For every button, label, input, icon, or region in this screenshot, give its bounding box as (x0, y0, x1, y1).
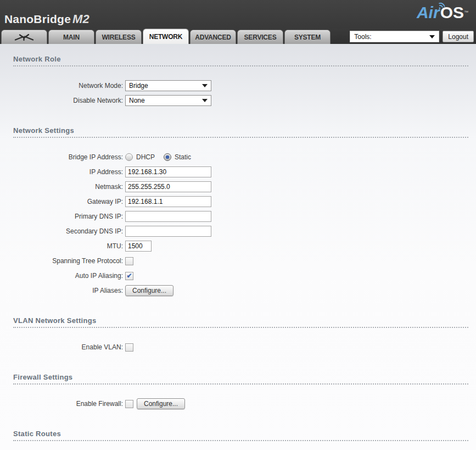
form-row-mtu: MTU: (0, 241, 476, 252)
form-row-disable-network: Disable Network:None (0, 95, 476, 106)
brand-model: M2 (72, 12, 89, 26)
trademark-symbol: ™ (464, 10, 468, 15)
dhcp-radio[interactable] (125, 153, 133, 161)
tab-label: MAIN (63, 34, 80, 41)
form-row-gateway-ip: Gateway IP: (0, 196, 476, 207)
netmask-field[interactable] (125, 181, 211, 192)
primary-dns-ip-label: Primary DNS IP: (0, 213, 125, 220)
chevron-down-icon (202, 84, 208, 87)
section-rows-network-role: Network Mode:BridgeDisable Network:None (0, 66, 476, 118)
auto-ip-aliasing-label: Auto IP Aliasing: (0, 272, 125, 280)
section-title-network-settings: Network Settings (13, 126, 468, 138)
airos-logo: AirOS™ (417, 3, 468, 22)
tab-home[interactable] (1, 30, 47, 44)
wifi-signal-icon (435, 1, 446, 10)
tab-network[interactable]: NETWORK (143, 29, 189, 44)
disable-network-label: Disable Network: (0, 97, 125, 104)
secondary-dns-ip-field[interactable] (125, 226, 211, 237)
mtu-label: MTU: (0, 242, 125, 250)
ubiquiti-antenna-icon (14, 34, 35, 41)
tab-main[interactable]: MAIN (48, 30, 94, 44)
form-row-enable-vlan: Enable VLAN: (0, 342, 476, 353)
form-row-ip-aliases: IP Aliases:Configure... (0, 285, 476, 296)
disable-network-select[interactable]: None (125, 95, 211, 106)
tab-label: NETWORK (149, 33, 183, 41)
form-row-enable-firewall: Enable Firewall:Configure... (0, 398, 476, 409)
form-row-bridge-ip-address: Bridge IP Address:DHCPStatic (0, 152, 476, 163)
tools-dropdown[interactable]: Tools: (350, 31, 439, 42)
chevron-down-icon (429, 35, 435, 38)
gateway-ip-label: Gateway IP: (0, 198, 125, 205)
form-row-network-mode: Network Mode:Bridge (0, 80, 476, 91)
enable-firewall-configure-button[interactable]: Configure... (137, 398, 185, 409)
form-row-primary-dns-ip: Primary DNS IP: (0, 211, 476, 222)
section-title-vlan-network-settings: VLAN Network Settings (13, 316, 468, 328)
tab-system[interactable]: SYSTEM (284, 30, 331, 44)
section-rows-firewall-settings: Enable Firewall:Configure... (0, 385, 476, 421)
tab-label: WIRELESS (102, 34, 135, 41)
tab-label: SERVICES (244, 34, 277, 41)
disable-network-selected-value: None (129, 97, 145, 104)
tab-advanced[interactable]: ADVANCED (190, 30, 236, 44)
section-rows-network-settings: Bridge IP Address:DHCPStaticIP Address:N… (0, 138, 476, 308)
form-row-ip-address: IP Address: (0, 166, 476, 177)
static-radio[interactable] (164, 153, 171, 161)
spanning-tree-protocol-label: Spanning Tree Protocol: (0, 257, 125, 265)
auto-ip-aliasing-checkbox[interactable]: ✔ (125, 272, 133, 280)
brand-logo: NanoBridgeM2 (4, 12, 89, 26)
section-rows-static-routes: Static Routes:Configure... (0, 441, 476, 451)
form-row-secondary-dns-ip: Secondary DNS IP: (0, 226, 476, 237)
section-title-network-role: Network Role (13, 55, 468, 66)
tools-dropdown-label: Tools: (354, 33, 371, 41)
spanning-tree-protocol-checkbox[interactable] (125, 257, 133, 265)
network-page-content: Network RoleNetwork Mode:BridgeDisable N… (0, 45, 476, 450)
gateway-ip-field[interactable] (125, 196, 211, 207)
ip-aliases-label: IP Aliases: (0, 287, 125, 294)
section-title-static-routes: Static Routes (13, 430, 468, 441)
form-row-auto-ip-aliasing: Auto IP Aliasing:✔ (0, 270, 476, 281)
tab-services[interactable]: SERVICES (237, 30, 283, 44)
tab-strip: MAINWIRELESSNETWORKADVANCEDSERVICESSYSTE… (0, 29, 476, 45)
secondary-dns-ip-label: Secondary DNS IP: (0, 227, 125, 235)
tab-wireless[interactable]: WIRELESS (96, 30, 142, 44)
bridge-ip-address-label: Bridge IP Address: (0, 153, 125, 161)
logout-button[interactable]: Logout (443, 31, 474, 42)
dhcp-radio-label: DHCP (136, 153, 155, 161)
brand-name: NanoBridge (4, 13, 71, 25)
masthead: NanoBridgeM2 AirOS™ (0, 0, 476, 29)
network-mode-selected-value: Bridge (129, 82, 148, 90)
section-title-firewall-settings: Firewall Settings (13, 373, 468, 385)
enable-vlan-checkbox[interactable] (125, 343, 133, 352)
chevron-down-icon (202, 99, 208, 102)
enable-firewall-label: Enable Firewall: (0, 400, 125, 408)
primary-dns-ip-field[interactable] (125, 211, 211, 222)
network-mode-select[interactable]: Bridge (125, 80, 211, 91)
mtu-field[interactable] (125, 241, 152, 252)
enable-firewall-checkbox[interactable] (125, 400, 133, 408)
tab-label: ADVANCED (195, 34, 231, 41)
netmask-label: Netmask: (0, 183, 125, 191)
form-row-spanning-tree-protocol: Spanning Tree Protocol: (0, 255, 476, 266)
network-mode-label: Network Mode: (0, 82, 125, 90)
section-rows-vlan-network-settings: Enable VLAN: (0, 328, 476, 364)
form-row-netmask: Netmask: (0, 181, 476, 192)
enable-vlan-label: Enable VLAN: (0, 343, 125, 351)
static-radio-label: Static (175, 153, 191, 161)
ip-aliases-configure-button[interactable]: Configure... (125, 285, 173, 296)
ip-address-field[interactable] (125, 166, 211, 177)
ip-address-label: IP Address: (0, 168, 125, 176)
tab-label: SYSTEM (294, 34, 321, 41)
